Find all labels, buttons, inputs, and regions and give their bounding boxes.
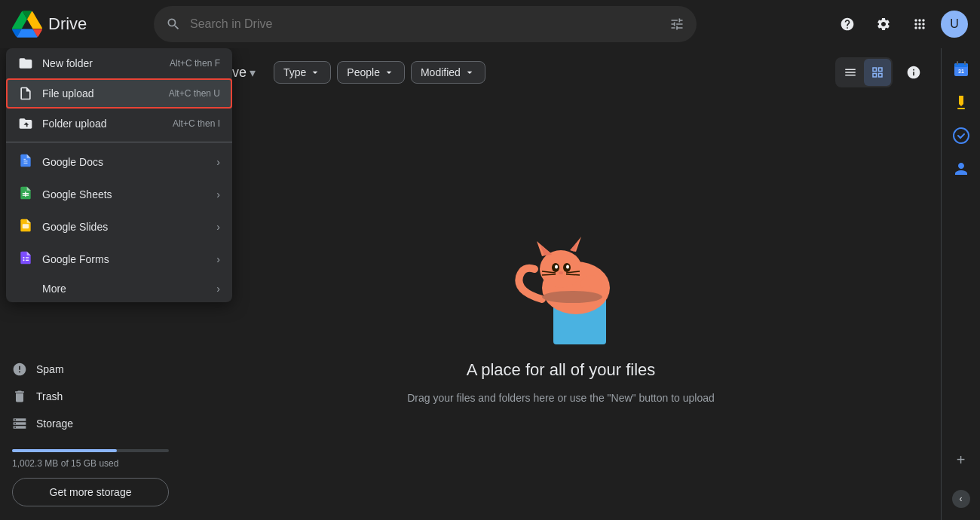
more-chevron-icon: › xyxy=(216,283,220,295)
people-chip-chevron-icon xyxy=(383,66,395,78)
apps-button[interactable] xyxy=(905,9,935,39)
svg-point-36 xyxy=(954,128,969,143)
get-storage-button[interactable]: Get more storage xyxy=(12,478,169,506)
app-name: Drive xyxy=(48,14,87,34)
tasks-icon xyxy=(952,127,970,145)
more-item[interactable]: More › xyxy=(6,275,232,302)
logo-area: Drive xyxy=(12,9,148,39)
search-options-icon[interactable] xyxy=(669,17,684,32)
google-forms-icon xyxy=(18,250,33,268)
contacts-icon xyxy=(952,160,970,178)
sidebar-storage-label: Storage xyxy=(36,418,73,430)
folder-upload-icon xyxy=(18,116,33,131)
svg-point-5 xyxy=(23,259,25,261)
topbar-right: U xyxy=(832,9,968,39)
contacts-button[interactable] xyxy=(946,154,976,184)
right-panel: 31 + ‹ xyxy=(941,48,980,520)
svg-line-26 xyxy=(566,274,580,275)
docs-chevron-icon: › xyxy=(216,156,220,168)
search-bar[interactable] xyxy=(154,6,697,42)
header-right xyxy=(835,57,929,87)
people-chip-label: People xyxy=(347,66,380,78)
tasks-button[interactable] xyxy=(946,121,976,151)
svg-rect-6 xyxy=(26,257,29,258)
google-forms-item[interactable]: Google Forms › xyxy=(6,243,232,275)
modified-chip-label: Modified xyxy=(421,66,461,78)
empty-state: A place for all of your files Drag your … xyxy=(181,96,941,520)
main-layout: New New folder Alt+C then F xyxy=(0,48,980,520)
calendar-icon: 31 xyxy=(952,60,970,78)
help-button[interactable] xyxy=(832,9,862,39)
storage-text: 1,002.3 MB of 15 GB used xyxy=(12,458,169,469)
search-input[interactable] xyxy=(190,17,660,31)
sidebar-spam-label: Spam xyxy=(36,363,64,375)
google-docs-item[interactable]: Google Docs › xyxy=(6,145,232,178)
list-view-icon xyxy=(844,66,857,79)
sidebar-item-storage[interactable]: Storage xyxy=(0,410,169,437)
empty-title: A place for all of your files xyxy=(467,360,656,380)
slides-chevron-icon: › xyxy=(216,221,220,233)
sidebar-trash-label: Trash xyxy=(36,390,63,402)
storage-bar-bg xyxy=(12,449,169,452)
modified-chip[interactable]: Modified xyxy=(411,61,485,84)
avatar[interactable]: U xyxy=(941,11,968,38)
add-addons-button[interactable]: + xyxy=(946,445,976,475)
info-icon xyxy=(906,65,921,80)
modified-chip-chevron-icon xyxy=(464,66,476,78)
trash-icon xyxy=(12,389,27,404)
storage-section: 1,002.3 MB of 15 GB used Get more storag… xyxy=(0,437,181,518)
keep-button[interactable] xyxy=(946,87,976,118)
svg-rect-2 xyxy=(25,191,26,197)
empty-illustration xyxy=(485,213,636,348)
dropdown-divider xyxy=(6,142,232,142)
svg-line-24 xyxy=(542,274,556,275)
content-header: My Drive ▾ Type People Modified xyxy=(181,48,941,96)
google-sheets-icon xyxy=(18,185,33,203)
spam-icon xyxy=(12,362,27,377)
file-upload-item[interactable]: File upload Alt+C then U xyxy=(6,78,232,109)
list-view-button[interactable] xyxy=(837,59,864,86)
sidebar-item-trash[interactable]: Trash xyxy=(0,383,169,410)
new-folder-item[interactable]: New folder Alt+C then F xyxy=(6,48,232,78)
storage-bar-fill xyxy=(12,449,117,452)
svg-rect-33 xyxy=(964,61,966,65)
sidebar: New New folder Alt+C then F xyxy=(0,48,181,520)
people-chip[interactable]: People xyxy=(337,61,405,84)
keep-icon xyxy=(952,93,970,112)
google-slides-icon xyxy=(18,218,33,235)
svg-rect-3 xyxy=(23,224,29,228)
settings-button[interactable] xyxy=(868,9,899,39)
info-button[interactable] xyxy=(899,57,929,87)
svg-point-22 xyxy=(559,271,563,274)
expand-panel-button[interactable]: ‹ xyxy=(952,490,970,508)
google-sheets-item[interactable]: Google Sheets › xyxy=(6,178,232,210)
svg-point-20 xyxy=(555,265,558,269)
folder-icon xyxy=(18,56,33,71)
search-icon xyxy=(166,17,181,32)
folder-upload-item[interactable]: Folder upload Alt+C then I xyxy=(6,109,232,139)
breadcrumb-chevron-icon[interactable]: ▾ xyxy=(250,66,256,80)
svg-rect-31 xyxy=(954,63,968,67)
svg-text:31: 31 xyxy=(958,69,964,74)
google-slides-item[interactable]: Google Slides › xyxy=(6,210,232,243)
filter-chips: Type People Modified xyxy=(274,61,485,84)
type-chip-label: Type xyxy=(283,66,306,78)
svg-rect-35 xyxy=(957,108,965,109)
view-toggle xyxy=(835,57,893,87)
calendar-button[interactable]: 31 xyxy=(946,54,976,84)
type-chip-chevron-icon xyxy=(309,66,321,78)
grid-view-button[interactable] xyxy=(864,59,891,86)
grid-view-icon xyxy=(871,66,884,79)
google-docs-icon xyxy=(18,153,33,170)
storage-icon xyxy=(12,416,27,431)
forms-chevron-icon: › xyxy=(216,253,220,265)
drive-logo-icon xyxy=(12,9,42,39)
svg-point-4 xyxy=(23,257,25,258)
svg-rect-32 xyxy=(957,61,958,65)
content-area: My Drive ▾ Type People Modified xyxy=(181,48,941,520)
svg-point-29 xyxy=(542,291,602,303)
svg-rect-7 xyxy=(26,260,29,261)
sidebar-item-spam[interactable]: Spam xyxy=(0,356,169,383)
type-chip[interactable]: Type xyxy=(274,61,331,84)
svg-point-21 xyxy=(566,265,569,269)
